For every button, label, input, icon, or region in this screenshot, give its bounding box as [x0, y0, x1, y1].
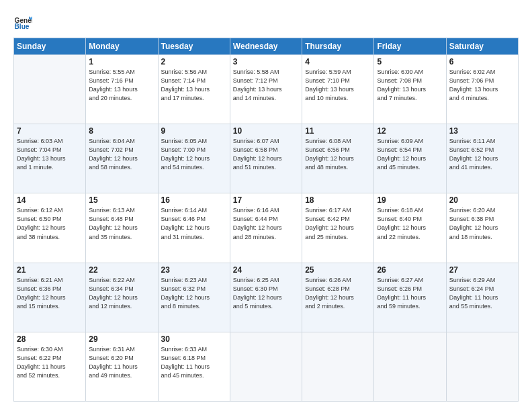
- day-number: 6: [449, 57, 515, 66]
- header-wednesday: Wednesday: [230, 38, 302, 55]
- calendar-table: SundayMondayTuesdayWednesdayThursdayFrid…: [13, 38, 519, 402]
- calendar-cell: 4Sunrise: 5:59 AM Sunset: 7:10 PM Daylig…: [302, 55, 374, 124]
- calendar-cell: 30Sunrise: 6:33 AM Sunset: 6:18 PM Dayli…: [158, 332, 230, 401]
- day-info: Sunrise: 6:26 AM Sunset: 6:28 PM Dayligh…: [305, 276, 371, 311]
- calendar-cell: [230, 332, 302, 401]
- day-number: 18: [305, 195, 371, 205]
- day-number: 20: [449, 195, 515, 205]
- calendar-cell: 27Sunrise: 6:29 AM Sunset: 6:24 PM Dayli…: [446, 263, 518, 332]
- day-info: Sunrise: 5:58 AM Sunset: 7:12 PM Dayligh…: [233, 68, 299, 103]
- day-info: Sunrise: 6:27 AM Sunset: 6:26 PM Dayligh…: [377, 276, 443, 311]
- header-saturday: Saturday: [446, 38, 518, 55]
- logo: General Blue: [13, 12, 35, 31]
- day-number: 29: [89, 334, 154, 344]
- day-info: Sunrise: 6:20 AM Sunset: 6:38 PM Dayligh…: [449, 206, 515, 241]
- calendar-cell: 10Sunrise: 6:07 AM Sunset: 6:58 PM Dayli…: [230, 124, 302, 193]
- calendar-cell: 28Sunrise: 6:30 AM Sunset: 6:22 PM Dayli…: [14, 332, 86, 401]
- day-number: 13: [449, 126, 515, 136]
- day-number: 1: [89, 57, 154, 66]
- header-tuesday: Tuesday: [158, 38, 230, 55]
- day-number: 22: [89, 265, 154, 275]
- day-info: Sunrise: 6:08 AM Sunset: 6:56 PM Dayligh…: [305, 137, 371, 172]
- calendar-cell: [374, 332, 446, 401]
- calendar-cell: 25Sunrise: 6:26 AM Sunset: 6:28 PM Dayli…: [302, 263, 374, 332]
- calendar-cell: 20Sunrise: 6:20 AM Sunset: 6:38 PM Dayli…: [446, 193, 518, 263]
- week-row-4: 21Sunrise: 6:21 AM Sunset: 6:36 PM Dayli…: [14, 263, 519, 332]
- day-info: Sunrise: 6:02 AM Sunset: 7:06 PM Dayligh…: [449, 68, 515, 103]
- calendar-cell: 5Sunrise: 6:00 AM Sunset: 7:08 PM Daylig…: [374, 55, 446, 124]
- day-info: Sunrise: 6:09 AM Sunset: 6:54 PM Dayligh…: [377, 137, 443, 172]
- week-row-3: 14Sunrise: 6:12 AM Sunset: 6:50 PM Dayli…: [14, 193, 519, 263]
- day-number: 4: [305, 57, 371, 66]
- day-info: Sunrise: 6:29 AM Sunset: 6:24 PM Dayligh…: [449, 276, 515, 311]
- day-info: Sunrise: 6:11 AM Sunset: 6:52 PM Dayligh…: [449, 137, 515, 172]
- day-number: 24: [233, 265, 299, 275]
- logo-icon: General Blue: [13, 12, 32, 31]
- calendar-cell: 18Sunrise: 6:17 AM Sunset: 6:42 PM Dayli…: [302, 193, 374, 263]
- day-info: Sunrise: 6:14 AM Sunset: 6:46 PM Dayligh…: [161, 206, 227, 241]
- day-info: Sunrise: 6:00 AM Sunset: 7:08 PM Dayligh…: [377, 68, 443, 103]
- calendar-cell: 12Sunrise: 6:09 AM Sunset: 6:54 PM Dayli…: [374, 124, 446, 193]
- day-info: Sunrise: 5:59 AM Sunset: 7:10 PM Dayligh…: [305, 68, 371, 103]
- day-info: Sunrise: 6:22 AM Sunset: 6:34 PM Dayligh…: [89, 276, 154, 311]
- day-number: 8: [89, 126, 154, 136]
- calendar-cell: 2Sunrise: 5:56 AM Sunset: 7:14 PM Daylig…: [158, 55, 230, 124]
- calendar-cell: 9Sunrise: 6:05 AM Sunset: 7:00 PM Daylig…: [158, 124, 230, 193]
- day-number: 16: [161, 195, 227, 205]
- day-number: 27: [449, 265, 515, 275]
- calendar-cell: 17Sunrise: 6:16 AM Sunset: 6:44 PM Dayli…: [230, 193, 302, 263]
- calendar-cell: 11Sunrise: 6:08 AM Sunset: 6:56 PM Dayli…: [302, 124, 374, 193]
- calendar-cell: 14Sunrise: 6:12 AM Sunset: 6:50 PM Dayli…: [14, 193, 86, 263]
- calendar-cell: 26Sunrise: 6:27 AM Sunset: 6:26 PM Dayli…: [374, 263, 446, 332]
- calendar-cell: 13Sunrise: 6:11 AM Sunset: 6:52 PM Dayli…: [446, 124, 518, 193]
- calendar-cell: 23Sunrise: 6:23 AM Sunset: 6:32 PM Dayli…: [158, 263, 230, 332]
- svg-text:Blue: Blue: [15, 23, 30, 30]
- calendar-cell: 8Sunrise: 6:04 AM Sunset: 7:02 PM Daylig…: [86, 124, 158, 193]
- calendar-cell: [446, 332, 518, 401]
- day-number: 23: [161, 265, 227, 275]
- calendar-cell: 7Sunrise: 6:03 AM Sunset: 7:04 PM Daylig…: [14, 124, 86, 193]
- calendar-cell: 15Sunrise: 6:13 AM Sunset: 6:48 PM Dayli…: [86, 193, 158, 263]
- calendar-cell: 3Sunrise: 5:58 AM Sunset: 7:12 PM Daylig…: [230, 55, 302, 124]
- calendar-cell: [14, 55, 86, 124]
- day-info: Sunrise: 6:03 AM Sunset: 7:04 PM Dayligh…: [17, 137, 83, 172]
- day-number: 26: [377, 265, 443, 275]
- calendar-cell: 29Sunrise: 6:31 AM Sunset: 6:20 PM Dayli…: [86, 332, 158, 401]
- calendar-cell: 24Sunrise: 6:25 AM Sunset: 6:30 PM Dayli…: [230, 263, 302, 332]
- day-number: 30: [161, 334, 227, 344]
- day-number: 7: [17, 126, 83, 136]
- day-info: Sunrise: 5:55 AM Sunset: 7:16 PM Dayligh…: [89, 68, 154, 103]
- calendar-cell: 1Sunrise: 5:55 AM Sunset: 7:16 PM Daylig…: [86, 55, 158, 124]
- day-number: 12: [377, 126, 443, 136]
- day-info: Sunrise: 6:17 AM Sunset: 6:42 PM Dayligh…: [305, 206, 371, 241]
- calendar-cell: 19Sunrise: 6:18 AM Sunset: 6:40 PM Dayli…: [374, 193, 446, 263]
- header-monday: Monday: [86, 38, 158, 55]
- day-info: Sunrise: 6:21 AM Sunset: 6:36 PM Dayligh…: [17, 276, 83, 311]
- calendar-cell: 16Sunrise: 6:14 AM Sunset: 6:46 PM Dayli…: [158, 193, 230, 263]
- calendar-cell: 6Sunrise: 6:02 AM Sunset: 7:06 PM Daylig…: [446, 55, 518, 124]
- day-info: Sunrise: 6:23 AM Sunset: 6:32 PM Dayligh…: [161, 276, 227, 311]
- day-number: 19: [377, 195, 443, 205]
- week-row-1: 1Sunrise: 5:55 AM Sunset: 7:16 PM Daylig…: [14, 55, 519, 124]
- header-sunday: Sunday: [14, 38, 86, 55]
- day-number: 5: [377, 57, 443, 66]
- calendar-cell: [302, 332, 374, 401]
- day-info: Sunrise: 6:05 AM Sunset: 7:00 PM Dayligh…: [161, 137, 227, 172]
- day-number: 2: [161, 57, 227, 66]
- day-number: 14: [17, 195, 83, 205]
- day-number: 28: [17, 334, 83, 344]
- header: General Blue: [13, 12, 519, 31]
- day-number: 21: [17, 265, 83, 275]
- week-row-2: 7Sunrise: 6:03 AM Sunset: 7:04 PM Daylig…: [14, 124, 519, 193]
- day-info: Sunrise: 6:18 AM Sunset: 6:40 PM Dayligh…: [377, 206, 443, 241]
- day-info: Sunrise: 6:07 AM Sunset: 6:58 PM Dayligh…: [233, 137, 299, 172]
- day-info: Sunrise: 5:56 AM Sunset: 7:14 PM Dayligh…: [161, 68, 227, 103]
- header-thursday: Thursday: [302, 38, 374, 55]
- day-info: Sunrise: 6:12 AM Sunset: 6:50 PM Dayligh…: [17, 206, 83, 241]
- week-row-5: 28Sunrise: 6:30 AM Sunset: 6:22 PM Dayli…: [14, 332, 519, 401]
- header-row: SundayMondayTuesdayWednesdayThursdayFrid…: [14, 38, 519, 55]
- day-number: 11: [305, 126, 371, 136]
- day-number: 25: [305, 265, 371, 275]
- day-number: 15: [89, 195, 154, 205]
- day-number: 10: [233, 126, 299, 136]
